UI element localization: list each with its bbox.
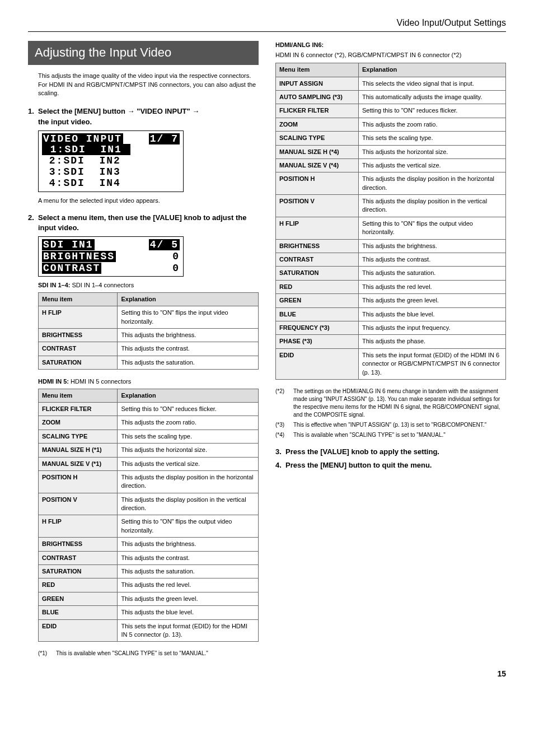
page-number: 15 bbox=[28, 669, 506, 680]
sdi-title-rest: SDI IN 1–4 connectors bbox=[70, 282, 134, 288]
sdi-table: Menu item Explanation H FLIPSetting this… bbox=[38, 292, 259, 370]
table-row: MANUAL SIZE H (*1)This adjusts the horiz… bbox=[39, 444, 259, 457]
lcd1-row-4: 4:SDI IN4 bbox=[42, 178, 180, 189]
step-4: 4. Press the [MENU] button to quit the m… bbox=[275, 460, 506, 470]
explanation-cell: This adjusts the horizontal size. bbox=[118, 444, 259, 457]
menu-item-cell: POSITION V bbox=[276, 195, 359, 217]
menu-item-cell: CONTRAST bbox=[276, 253, 359, 267]
hdmi6-title: HDMI/ANLG IN6: bbox=[275, 41, 506, 49]
menu-item-cell: MANUAL SIZE V (*1) bbox=[39, 457, 118, 470]
step-2-number: 2. bbox=[28, 213, 38, 223]
lcd1-row-selected: 1:SDI IN1 bbox=[42, 144, 130, 155]
table-row: INPUT ASSIGNThis selects the video signa… bbox=[276, 77, 506, 90]
hdmi5-table-title: HDMI IN 5: HDMI IN 5 connectors bbox=[38, 377, 259, 386]
footnote-2-num: (*2) bbox=[275, 388, 290, 419]
footnote-2: (*2) The settings on the HDMI/ANLG IN 6 … bbox=[275, 388, 506, 419]
table-row: FLICKER FILTERSetting this to "ON" reduc… bbox=[276, 104, 506, 118]
explanation-cell: This adjusts the brightness. bbox=[358, 239, 505, 253]
lcd-display-1: VIDEO INPUT 1/ 7 1:SDI IN1 2:SDI IN2 3:S… bbox=[38, 130, 184, 192]
step-3-number: 3. bbox=[275, 447, 285, 457]
lcd2-title-left: SDI IN1 bbox=[42, 239, 95, 250]
menu-item-cell: MANUAL SIZE V (*4) bbox=[276, 158, 359, 172]
explanation-cell: This adjusts the contrast. bbox=[358, 253, 505, 267]
table-row: POSITION VThis adjusts the display posit… bbox=[276, 195, 506, 217]
menu-item-cell: AUTO SAMPLING (*3) bbox=[276, 90, 359, 104]
step-1-text: Select the [MENU] button"VIDEO INPUT" th… bbox=[38, 106, 199, 127]
step-4-number: 4. bbox=[275, 460, 285, 470]
table-row: H FLIPSetting this to "ON" flips the inp… bbox=[39, 306, 259, 329]
table-row: POSITION HThis adjusts the display posit… bbox=[39, 470, 259, 493]
step-1-part3: the input video. bbox=[38, 118, 92, 126]
table-row: MANUAL SIZE H (*4)This adjusts the horiz… bbox=[276, 145, 506, 158]
explanation-cell: This adjusts the green level. bbox=[118, 592, 259, 605]
explanation-cell: This adjusts the contrast. bbox=[118, 342, 259, 356]
table-row: SATURATIONThis adjusts the saturation. bbox=[276, 267, 506, 280]
explanation-cell: This adjusts the vertical size. bbox=[358, 158, 505, 172]
menu-item-cell: GREEN bbox=[276, 294, 359, 307]
menu-item-cell: CONTRAST bbox=[39, 551, 118, 564]
table-row: MANUAL SIZE V (*1)This adjusts the verti… bbox=[39, 457, 259, 470]
step-3-text: Press the [VALUE] knob to apply the sett… bbox=[285, 447, 439, 457]
explanation-cell: This adjusts the display position in the… bbox=[358, 195, 505, 217]
menu-item-cell: BRIGHTNESS bbox=[39, 538, 118, 551]
table-row: MANUAL SIZE V (*4)This adjusts the verti… bbox=[276, 158, 506, 172]
table-row: GREENThis adjusts the green level. bbox=[39, 592, 259, 605]
explanation-cell: This sets the input format (EDID) for th… bbox=[118, 619, 259, 642]
menu-item-cell: SATURATION bbox=[276, 267, 359, 280]
explanation-cell: This adjusts the display position in the… bbox=[118, 470, 259, 493]
intro-text: This adjusts the image quality of the vi… bbox=[38, 72, 259, 97]
table-row: BRIGHTNESSThis adjusts the brightness. bbox=[276, 239, 506, 253]
table-row: ZOOMThis adjusts the zoom ratio. bbox=[39, 416, 259, 430]
menu-item-cell: SATURATION bbox=[39, 565, 118, 578]
explanation-cell: This adjusts the phase. bbox=[358, 335, 505, 348]
menu-item-cell: EDID bbox=[276, 348, 359, 379]
step-2-text: Select a menu item, then use the [VALUE]… bbox=[38, 213, 259, 233]
menu-item-cell: INPUT ASSIGN bbox=[276, 77, 359, 90]
lcd-display-2: SDI IN1 4/ 5 BRIGHTNESS 0 CONTRAST 0 bbox=[38, 236, 184, 277]
step-1: 1. Select the [MENU] button"VIDEO INPUT"… bbox=[28, 106, 259, 127]
explanation-cell: This adjusts the brightness. bbox=[118, 538, 259, 551]
explanation-cell: This adjusts the blue level. bbox=[118, 606, 259, 619]
menu-item-cell: BRIGHTNESS bbox=[39, 329, 118, 342]
table-row: PHASE (*3)This adjusts the phase. bbox=[276, 335, 506, 348]
step-1-after: A menu for the selected input video appe… bbox=[38, 197, 259, 205]
footnote-4-num: (*4) bbox=[275, 431, 290, 439]
explanation-cell: This adjusts the zoom ratio. bbox=[118, 416, 259, 430]
sdi-head-item: Menu item bbox=[39, 292, 118, 306]
table-row: SCALING TYPEThis sets the scaling type. bbox=[39, 430, 259, 443]
explanation-cell: This selects the video signal that is in… bbox=[358, 77, 505, 90]
menu-item-cell: RED bbox=[276, 280, 359, 293]
menu-item-cell: H FLIP bbox=[39, 306, 118, 329]
menu-item-cell: FLICKER FILTER bbox=[39, 402, 118, 416]
step-4-text: Press the [MENU] button to quit the menu… bbox=[285, 460, 432, 470]
hdmi5-head-item: Menu item bbox=[39, 389, 118, 402]
table-row: POSITION HThis adjusts the display posit… bbox=[276, 172, 506, 195]
table-row: REDThis adjusts the red level. bbox=[276, 280, 506, 293]
hdmi6-head-exp: Explanation bbox=[358, 63, 505, 77]
explanation-cell: This sets the scaling type. bbox=[118, 430, 259, 443]
lcd2-row-2: CONTRAST bbox=[42, 263, 101, 274]
table-row: REDThis adjusts the red level. bbox=[39, 578, 259, 592]
table-row: AUTO SAMPLING (*3)This automatically adj… bbox=[276, 90, 506, 104]
table-row: BRIGHTNESSThis adjusts the brightness. bbox=[39, 329, 259, 342]
explanation-cell: This adjusts the zoom ratio. bbox=[358, 118, 505, 131]
hdmi5-head-exp: Explanation bbox=[118, 389, 259, 402]
footnote-3-num: (*3) bbox=[275, 421, 290, 429]
explanation-cell: This adjusts the brightness. bbox=[118, 329, 259, 342]
explanation-cell: This adjusts the saturation. bbox=[118, 356, 259, 369]
menu-item-cell: POSITION V bbox=[39, 493, 118, 515]
menu-item-cell: H FLIP bbox=[276, 217, 359, 239]
lcd1-title-left: VIDEO INPUT bbox=[42, 133, 123, 144]
explanation-cell: This adjusts the display position in the… bbox=[118, 493, 259, 515]
table-row: H FLIPSetting this to "ON" flips the out… bbox=[39, 515, 259, 538]
explanation-cell: This adjusts the saturation. bbox=[358, 267, 505, 280]
menu-item-cell: SCALING TYPE bbox=[39, 430, 118, 443]
menu-item-cell: MANUAL SIZE H (*1) bbox=[39, 444, 118, 457]
explanation-cell: Setting this to "ON" flips the output vi… bbox=[118, 515, 259, 538]
table-row: SATURATIONThis adjusts the saturation. bbox=[39, 356, 259, 369]
footnote-1-num: (*1) bbox=[38, 650, 53, 657]
lcd1-row-2: 2:SDI IN2 bbox=[42, 156, 180, 167]
explanation-cell: This sets the scaling type. bbox=[358, 132, 505, 145]
table-row: CONTRASTThis adjusts the contrast. bbox=[39, 551, 259, 564]
menu-item-cell: SATURATION bbox=[39, 356, 118, 369]
